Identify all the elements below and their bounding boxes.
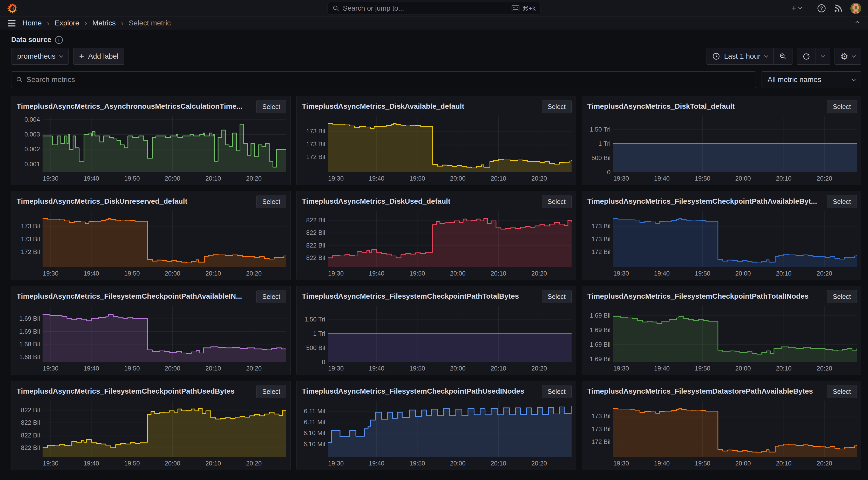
metric-name-filter[interactable]: All metric names (762, 71, 861, 88)
refresh-button[interactable] (797, 48, 815, 65)
chart-plot (613, 401, 857, 457)
metric-chart: 0.0040.0030.0020.001 19:3019:4019:5020:0… (11, 115, 290, 185)
x-tick-label: 19:30 (613, 175, 629, 182)
x-tick-label: 20:10 (491, 270, 506, 277)
select-metric-button[interactable]: Select (827, 290, 857, 303)
metric-chart: 173 Bil173 Bil172 Bil 19:3019:4019:5020:… (297, 115, 576, 185)
global-search[interactable]: ⌘+k (328, 2, 540, 15)
x-axis-labels: 19:3019:4019:5020:0020:1020:20 (613, 362, 857, 373)
y-axis-labels: 1.50 Tri1 Tri500 Bil0 (299, 306, 328, 362)
metric-panel: TimeplusdAsyncMetrics_AsynchronousMetric… (11, 96, 291, 185)
y-axis-labels: 0.0040.0030.0020.001 (13, 116, 42, 172)
metric-panel: TimeplusdAsyncMetrics_FilesystemCheckpoi… (11, 381, 291, 470)
select-metric-button[interactable]: Select (256, 195, 286, 209)
y-axis-labels: 173 Bil173 Bil172 Bil (13, 211, 42, 267)
chart-plot (42, 116, 286, 172)
breadcrumb-explore[interactable]: Explore (55, 19, 80, 27)
x-tick-label: 19:30 (328, 175, 344, 182)
y-tick-label: 822 Bil (21, 407, 40, 414)
y-tick-label: 1.68 Bil (19, 353, 40, 361)
refresh-interval-dropdown[interactable] (815, 48, 830, 65)
x-tick-label: 20:10 (205, 175, 221, 182)
y-tick-label: 172 Bil (21, 248, 40, 256)
metric-panel: TimeplusdAsyncMetrics_DiskUsed_default S… (297, 191, 576, 280)
y-tick-label: 173 Bil (592, 413, 611, 420)
x-tick-label: 20:20 (246, 270, 261, 277)
x-tick-label: 20:10 (205, 270, 221, 277)
select-metric-button[interactable]: Select (542, 195, 571, 209)
metric-title: TimeplusdAsyncMetrics_DiskTotal_default (587, 100, 735, 110)
time-range-picker[interactable]: Last 1 hour (707, 48, 773, 65)
help-icon[interactable]: ? (817, 4, 826, 13)
x-tick-label: 19:50 (695, 175, 710, 182)
y-tick-label: 172 Bil (592, 248, 611, 256)
x-tick-label: 19:50 (410, 175, 425, 182)
y-tick-label: 822 Bil (306, 254, 325, 261)
zoom-out-button[interactable] (773, 48, 793, 65)
select-metric-button[interactable]: Select (542, 100, 571, 114)
chart-plot (328, 211, 571, 267)
breadcrumb: Home › Explore › Metrics › Select metric (22, 19, 171, 28)
global-search-input[interactable] (343, 4, 508, 12)
keyboard-icon (512, 5, 519, 11)
x-tick-label: 19:40 (84, 175, 99, 182)
user-avatar[interactable] (850, 3, 861, 14)
datasource-picker[interactable]: prometheus (11, 48, 68, 65)
metric-chart: 6.11 Mil6.11 Mil6.10 Mil6.10 Mil 19:3019… (297, 399, 576, 470)
select-metric-button[interactable]: Select (256, 290, 286, 303)
x-tick-label: 20:10 (205, 460, 221, 467)
metric-chart: 173 Bil173 Bil172 Bil 19:3019:4019:5020:… (11, 210, 290, 280)
info-icon[interactable]: i (55, 36, 63, 44)
breadcrumb-separator: › (85, 19, 87, 28)
x-axis-labels: 19:3019:4019:5020:0020:1020:20 (613, 457, 857, 468)
breadcrumb-home[interactable]: Home (22, 19, 42, 27)
add-new-button[interactable]: + (792, 3, 801, 13)
y-tick-label: 0.004 (24, 116, 40, 123)
y-tick-label: 1 Tri (313, 330, 325, 337)
news-rss-icon[interactable] (834, 4, 843, 13)
search-icon (333, 5, 339, 12)
grafana-logo[interactable] (7, 3, 18, 14)
x-axis-labels: 19:3019:4019:5020:0020:1020:20 (328, 362, 571, 373)
select-metric-button[interactable]: Select (542, 290, 571, 303)
collapse-header-button[interactable] (854, 19, 860, 27)
select-metric-button[interactable]: Select (827, 195, 857, 209)
metric-title: TimeplusdAsyncMetrics_FilesystemCheckpoi… (17, 385, 235, 395)
x-tick-label: 20:10 (776, 270, 792, 277)
metric-search-input[interactable] (27, 75, 751, 84)
x-axis-labels: 19:3019:4019:5020:0020:1020:20 (42, 267, 286, 278)
x-tick-label: 20:20 (246, 365, 261, 372)
breadcrumb-metrics[interactable]: Metrics (92, 19, 116, 27)
clock-icon (713, 53, 720, 60)
metric-title: TimeplusdAsyncMetrics_FilesystemCheckpoi… (587, 290, 809, 300)
x-tick-label: 19:30 (43, 365, 58, 372)
select-metric-button[interactable]: Select (542, 385, 571, 398)
datasource-label: Data source (11, 36, 52, 44)
x-tick-label: 20:20 (531, 365, 547, 372)
metric-panel: TimeplusdAsyncMetrics_FilesystemCheckpoi… (11, 286, 291, 375)
y-tick-label: 1 Tri (598, 140, 611, 148)
x-tick-label: 20:00 (450, 460, 465, 467)
menu-toggle-icon[interactable] (8, 20, 16, 27)
x-tick-label: 20:20 (816, 365, 832, 372)
settings-button[interactable]: ⚙ (835, 48, 861, 65)
chevron-down-icon (59, 54, 63, 58)
select-metric-button[interactable]: Select (827, 385, 857, 398)
add-label-button[interactable]: + Add label (73, 48, 124, 65)
x-tick-label: 20:10 (776, 460, 792, 467)
metric-search-box[interactable] (11, 71, 756, 88)
select-metric-button[interactable]: Select (827, 100, 857, 114)
x-tick-label: 19:30 (613, 270, 629, 277)
chart-plot (42, 306, 286, 362)
y-tick-label: 0 (322, 359, 325, 366)
select-metric-button[interactable]: Select (256, 385, 286, 398)
x-tick-label: 19:50 (410, 365, 425, 372)
select-metric-button[interactable]: Select (256, 100, 286, 114)
metric-panel: TimeplusdAsyncMetrics_DiskUnreserved_def… (11, 191, 291, 280)
x-tick-label: 19:40 (84, 270, 99, 277)
x-tick-label: 20:10 (776, 175, 792, 182)
metric-panel: TimeplusdAsyncMetrics_DiskTotal_default … (582, 96, 861, 185)
x-tick-label: 20:20 (816, 175, 832, 182)
x-tick-label: 19:50 (410, 460, 425, 467)
y-axis-labels: 1.69 Bil1.69 Bil1.69 Bil1.69 Bil (584, 306, 613, 362)
